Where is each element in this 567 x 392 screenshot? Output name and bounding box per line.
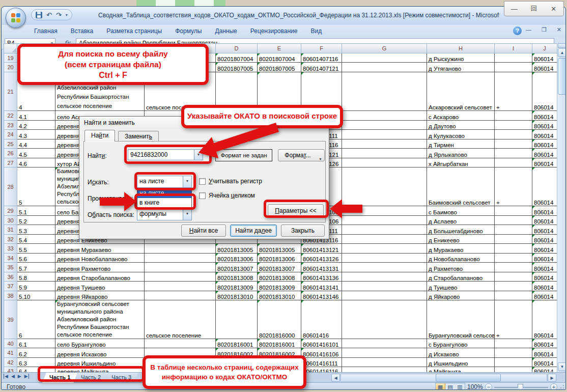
scroll-down-icon[interactable]: ▼ bbox=[558, 362, 566, 371]
zoom-slider-thumb[interactable] bbox=[518, 384, 523, 390]
cell-I41[interactable] bbox=[495, 348, 532, 358]
cell-G30[interactable] bbox=[342, 216, 427, 225]
cell-H22[interactable]: с Аскарово bbox=[427, 111, 495, 121]
cell-F33[interactable]: 80601413121 bbox=[301, 244, 342, 254]
cell-I43[interactable] bbox=[495, 367, 532, 373]
cell-H23[interactable]: д Даутово bbox=[427, 121, 495, 130]
cell-I25[interactable] bbox=[495, 139, 532, 149]
cell-A33[interactable]: 5.5 bbox=[17, 244, 55, 254]
cell-C40[interactable] bbox=[145, 339, 216, 348]
row-header-26[interactable]: 26 bbox=[4, 149, 17, 158]
cell-I40[interactable] bbox=[495, 339, 532, 348]
cell-G21[interactable] bbox=[342, 72, 427, 111]
ribbon-tab-Главная[interactable]: Главная bbox=[34, 27, 58, 35]
format-button[interactable]: Формат... ▼ bbox=[278, 149, 325, 161]
cell-H41[interactable]: д Искаково bbox=[427, 348, 495, 358]
cell-B37[interactable]: деревня Туишево bbox=[55, 282, 145, 291]
within-select[interactable]: на листе ▼ bbox=[137, 176, 192, 188]
cell-H43[interactable]: д Майгашта bbox=[427, 367, 495, 373]
cell-F20[interactable]: 80601407121 bbox=[301, 63, 342, 72]
cell-G33[interactable] bbox=[342, 244, 427, 254]
row-header-22[interactable]: 22 bbox=[4, 111, 17, 121]
cell-J26[interactable]: 806014 bbox=[532, 149, 557, 158]
cell-J43[interactable]: 806014 bbox=[532, 367, 557, 373]
cell-E36[interactable]: 80201813008 bbox=[258, 272, 301, 282]
cell-J21[interactable]: 806014 bbox=[532, 72, 557, 111]
cell-G32[interactable] bbox=[342, 235, 427, 244]
cell-H20[interactable]: д Утяганово bbox=[427, 63, 495, 72]
tab-replace[interactable]: Заменить bbox=[118, 131, 159, 141]
cell-I20[interactable] bbox=[495, 63, 532, 72]
cell-J23[interactable]: 806014 bbox=[532, 121, 557, 130]
cell-I28[interactable]: + bbox=[495, 167, 532, 206]
cell-A32[interactable]: 5.4 bbox=[17, 235, 55, 244]
options-button[interactable]: Параметры << bbox=[268, 204, 324, 217]
cell-A26[interactable]: 4.5 bbox=[17, 149, 55, 158]
cell-D37[interactable]: 80201813009 bbox=[216, 282, 258, 291]
cell-G26[interactable] bbox=[342, 149, 427, 158]
cell-I39[interactable]: + bbox=[495, 300, 532, 339]
cell-E35[interactable]: 80201813007 bbox=[258, 263, 301, 272]
cell-G36[interactable] bbox=[342, 272, 427, 282]
cell-A29[interactable]: 5.1 bbox=[17, 206, 55, 216]
cell-G39[interactable] bbox=[342, 300, 427, 339]
cell-H29[interactable]: с Баимово bbox=[427, 206, 495, 216]
cell-G34[interactable] bbox=[342, 254, 427, 263]
row-header-24[interactable]: 24 bbox=[4, 130, 17, 139]
cell-G42[interactable] bbox=[342, 358, 427, 367]
find-all-button[interactable]: Найти все bbox=[181, 225, 226, 237]
within-option-1[interactable]: на листе bbox=[137, 188, 191, 198]
cell-I30[interactable] bbox=[495, 216, 532, 225]
cell-A25[interactable]: 4.4 bbox=[17, 139, 55, 149]
cell-F35[interactable]: 80601413131 bbox=[301, 263, 342, 272]
format-dropdown-icon[interactable]: ▼ bbox=[319, 154, 322, 165]
cell-B40[interactable]: село Бурангулово bbox=[55, 339, 145, 348]
cell-D40[interactable]: 80201816001 bbox=[216, 339, 258, 348]
cell-G23[interactable] bbox=[342, 121, 427, 130]
cell-J34[interactable]: 806014 bbox=[532, 254, 557, 263]
look-in-dropdown-icon[interactable]: ▼ bbox=[183, 209, 191, 220]
row-header-37[interactable]: 37 bbox=[4, 282, 17, 291]
cell-E39[interactable]: 80201816000 bbox=[258, 300, 301, 339]
cell-F38[interactable]: 80601413146 bbox=[301, 291, 342, 300]
redo-icon[interactable]: ↷ bbox=[56, 12, 62, 18]
first-sheet-icon[interactable]: ◀ bbox=[4, 374, 8, 379]
undo-icon[interactable]: ↶ bbox=[46, 12, 52, 18]
next-sheet-icon[interactable]: ▶ bbox=[18, 374, 21, 379]
row-header-36[interactable]: 36 bbox=[4, 272, 17, 282]
cell-H25[interactable]: д Тирмен bbox=[427, 139, 495, 149]
cell-A27[interactable]: 4.6 bbox=[17, 158, 55, 167]
within-option-2[interactable]: в книге bbox=[137, 198, 191, 208]
cell-F37[interactable]: 80601413141 bbox=[301, 282, 342, 291]
zoom-in-icon[interactable]: + bbox=[550, 383, 557, 390]
cell-A23[interactable]: 4.2 bbox=[17, 121, 55, 130]
cell-A42[interactable]: 6.3 bbox=[17, 358, 55, 367]
tab-find[interactable]: Найти bbox=[84, 130, 115, 142]
cell-E19[interactable]: 80201807004 bbox=[258, 53, 301, 63]
cell-H24[interactable]: д Кулукасово bbox=[427, 130, 495, 139]
outer-close-button[interactable]: ✕ bbox=[546, 5, 561, 13]
cell-J30[interactable]: 806014 bbox=[532, 216, 557, 225]
previous-sheet-icon[interactable]: ◀ bbox=[11, 374, 15, 379]
row-header-29[interactable]: 29 bbox=[4, 206, 17, 216]
save-icon[interactable] bbox=[36, 12, 42, 18]
cell-J41[interactable]: 806014 bbox=[532, 348, 557, 358]
normal-view-icon[interactable]: ▦ bbox=[436, 383, 445, 390]
cell-H21[interactable]: Аскаровский сельсовет bbox=[427, 72, 495, 111]
cell-A40[interactable]: 6.1 bbox=[17, 339, 55, 348]
outer-minimize-button[interactable]: — bbox=[506, 5, 522, 13]
cell-E34[interactable]: 80201813006 bbox=[258, 254, 301, 263]
sheet-tab-2[interactable]: Часть 2 bbox=[74, 373, 108, 383]
cell-J19[interactable]: 806014 bbox=[532, 53, 557, 63]
match-entire-cell-box[interactable] bbox=[199, 192, 206, 199]
cell-I32[interactable] bbox=[495, 235, 532, 244]
cell-G40[interactable] bbox=[342, 339, 427, 348]
last-sheet-icon[interactable]: ▶ bbox=[24, 374, 29, 379]
cell-J36[interactable]: 806014 bbox=[532, 272, 557, 282]
cell-A39[interactable]: 6 bbox=[17, 300, 55, 339]
cell-A35[interactable]: 5.7 bbox=[17, 263, 55, 272]
cell-I42[interactable] bbox=[495, 358, 532, 367]
workbook-restore-button[interactable]: ❐ bbox=[542, 26, 547, 33]
cell-D19[interactable]: 80201807004 bbox=[216, 53, 258, 63]
cell-I35[interactable] bbox=[495, 263, 532, 272]
